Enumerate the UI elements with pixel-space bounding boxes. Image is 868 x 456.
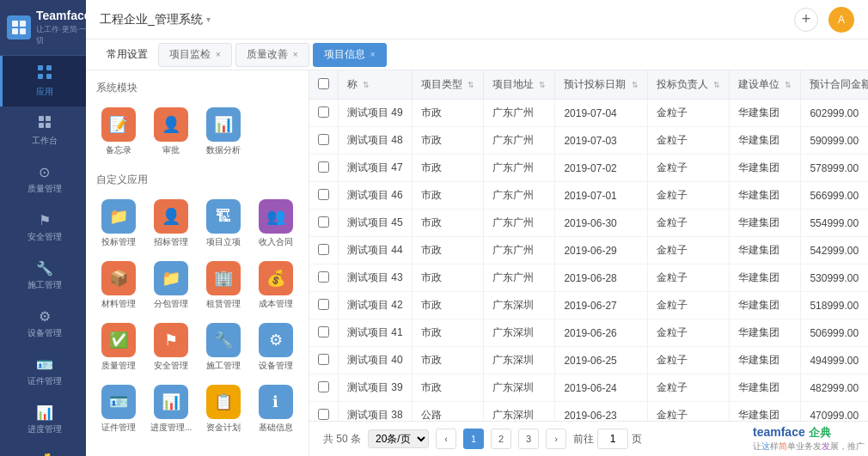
module-subcontract[interactable]: 📁 分包管理: [149, 258, 194, 313]
row-checkbox-1[interactable]: [318, 134, 329, 145]
svg-rect-11: [46, 123, 51, 128]
module-materials[interactable]: 📦 材料管理: [96, 258, 142, 313]
basic-info-icon: ℹ: [259, 385, 293, 419]
sidebar-item-apps[interactable]: 应用: [0, 56, 86, 106]
progress-mgmt-icon: 📊: [154, 385, 188, 419]
module-progress-mgmt[interactable]: 📊 进度管理...: [149, 381, 194, 436]
row-checkbox-6[interactable]: [318, 271, 329, 283]
row-amount-2: 578999.00: [801, 155, 868, 182]
table-row: 测试项目 43 市政 广东广州 2019-06-28 金粒子 华建集团 5309…: [309, 264, 868, 292]
module-approval[interactable]: 👤 审批: [149, 104, 194, 159]
row-type-0: 市政: [412, 100, 483, 127]
svg-rect-1: [20, 21, 26, 27]
row-checkbox-9[interactable]: [318, 354, 329, 365]
page-jump-input[interactable]: [597, 429, 628, 449]
tab-static-settings[interactable]: 常用设置: [100, 47, 155, 62]
tab-close-info[interactable]: ×: [370, 50, 376, 59]
row-checkbox-cell: [309, 237, 339, 264]
row-amount-1: 590999.00: [801, 127, 868, 155]
row-checkbox-8[interactable]: [318, 326, 329, 337]
sidebar-item-quality[interactable]: ⊙ 质量管理: [0, 155, 86, 204]
row-checkbox-10[interactable]: [318, 381, 329, 392]
subcontract-label: 分包管理: [154, 299, 188, 309]
module-fund-plan[interactable]: 📋 资金计划: [201, 381, 247, 436]
tab-project-info[interactable]: 项目信息 ×: [313, 43, 387, 67]
sidebar-item-tax[interactable]: 💰 增值税管理: [0, 444, 86, 456]
row-checkbox-3[interactable]: [318, 189, 329, 200]
tab-close-inspection[interactable]: ×: [216, 50, 221, 59]
tab-project-inspection[interactable]: 项目监检 ×: [158, 43, 232, 67]
tab-quality-improvement[interactable]: 质量改善 ×: [235, 43, 309, 67]
row-name-10: 测试项目 39: [339, 374, 413, 402]
subcontract-icon: 📁: [154, 261, 188, 295]
module-tendering[interactable]: 👤 招标管理: [149, 196, 194, 251]
row-unit-0: 华建集团: [730, 100, 801, 127]
module-lease[interactable]: 🏢 租赁管理: [201, 258, 247, 313]
tab-close-quality[interactable]: ×: [293, 50, 298, 59]
page-1-button[interactable]: 1: [463, 429, 484, 449]
topbar-avatar[interactable]: A: [828, 7, 854, 33]
row-checkbox-5[interactable]: [318, 244, 329, 255]
module-cost[interactable]: 💰 成本管理: [253, 258, 298, 313]
module-construction-mgmt[interactable]: 🔧 施工管理: [201, 319, 247, 374]
quality-icon: ⊙: [39, 164, 50, 180]
page-2-button[interactable]: 2: [491, 429, 511, 449]
row-name-9: 测试项目 40: [339, 347, 413, 374]
module-project-init[interactable]: 🏗 项目立项: [201, 196, 247, 251]
memo-icon: 📝: [101, 107, 136, 142]
row-checkbox-7[interactable]: [318, 299, 329, 310]
jump-suffix: 页: [632, 432, 642, 447]
page-3-button[interactable]: 3: [518, 429, 539, 449]
row-person-1: 金粒子: [647, 127, 729, 155]
topbar-add-button[interactable]: +: [794, 8, 818, 32]
module-memo[interactable]: 📝 备忘录: [96, 104, 142, 159]
module-quality-mgmt[interactable]: ✅ 质量管理: [96, 319, 142, 374]
row-address-11: 广东深圳: [484, 402, 555, 422]
module-bidding[interactable]: 📁 投标管理: [96, 196, 142, 251]
row-unit-8: 华建集团: [730, 319, 801, 347]
row-type-8: 市政: [412, 319, 483, 347]
sidebar-item-workbench[interactable]: 工作台: [0, 106, 86, 155]
module-basic-info[interactable]: ℹ 基础信息: [253, 381, 298, 436]
sidebar-label-workbench: 工作台: [32, 135, 58, 147]
row-unit-11: 华建集团: [730, 402, 801, 422]
row-amount-8: 506999.00: [801, 319, 868, 347]
table-row: 测试项目 39 市政 广东深圳 2019-06-24 金粒子 华建集团 4829…: [309, 374, 868, 402]
logo-subtitle: 让工作·更简·一切: [36, 24, 91, 46]
page-size-select[interactable]: 20条/页 10条/页 50条/页: [368, 429, 429, 448]
sidebar-item-certificate[interactable]: 🪪 证件管理: [0, 348, 86, 396]
lease-icon: 🏢: [206, 261, 241, 295]
module-revenue-contract[interactable]: 👥 收入合同: [253, 196, 298, 251]
row-checkbox-0[interactable]: [318, 106, 329, 118]
sidebar-item-equipment[interactable]: ⚙ 设备管理: [0, 300, 86, 348]
project-init-icon: 🏗: [206, 199, 241, 234]
row-checkbox-11[interactable]: [318, 409, 329, 420]
row-type-10: 市政: [412, 374, 483, 402]
module-equipment-mgmt[interactable]: ⚙ 设备管理: [253, 319, 298, 374]
row-checkbox-2[interactable]: [318, 161, 329, 173]
sidebar-item-construction[interactable]: 🔧 施工管理: [0, 252, 86, 300]
module-certificate-mgmt[interactable]: 🪪 证件管理: [96, 381, 142, 436]
row-type-5: 市政: [412, 237, 483, 264]
row-checkbox-4[interactable]: [318, 216, 329, 228]
table-header-person: 投标负责人 ⇅: [647, 70, 729, 100]
select-all-checkbox[interactable]: [318, 78, 329, 89]
sidebar-item-safety[interactable]: ⚑ 安全管理: [0, 204, 86, 252]
row-unit-1: 华建集团: [730, 127, 801, 155]
row-amount-11: 470999.00: [801, 402, 868, 422]
equipment-icon: ⚙: [39, 308, 51, 325]
sidebar-item-progress[interactable]: 📊 进度管理: [0, 396, 86, 444]
row-name-0: 测试项目 49: [339, 100, 413, 127]
row-type-7: 市政: [412, 292, 483, 319]
prev-page-button[interactable]: ‹: [436, 429, 456, 449]
data-analysis-label: 数据分析: [206, 145, 241, 155]
cost-icon: 💰: [259, 261, 293, 295]
module-data-analysis[interactable]: 📊 数据分析: [201, 104, 247, 159]
module-safety-mgmt[interactable]: ⚑ 安全管理: [149, 319, 194, 374]
tabs-bar: 常用设置 项目监检 × 质量改善 × 项目信息 ×: [86, 40, 868, 70]
content-area: 系统模块 📝 备忘录 👤 审批 📊 数据分析 自定义应用: [86, 70, 868, 456]
next-page-button[interactable]: ›: [546, 429, 566, 449]
row-name-7: 测试项目 42: [339, 292, 413, 319]
row-type-9: 市政: [412, 347, 483, 374]
sort-unit-icon: ⇅: [785, 81, 792, 89]
